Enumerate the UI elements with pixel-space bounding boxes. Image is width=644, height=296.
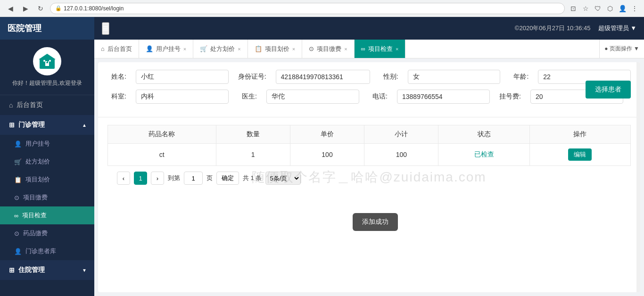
page-unit-label: 页 [206,174,213,182]
toast-notification: 添加成功 [353,213,398,231]
name-label: 姓名: [107,73,126,81]
inspection-icon: ∞ [14,212,18,219]
phone-label: 电话: [369,92,388,101]
tab-prescription-close[interactable]: × [238,46,240,52]
forward-button[interactable]: ▶ [20,3,31,14]
gender-input[interactable] [408,70,501,84]
logo-icon [33,47,61,75]
tabs-bar: ⌂ 后台首页 👤 用户挂号 × 🛒 处方划价 × 📋 项目划价 × ⊙ 项目缴费 [94,40,644,58]
cell-action[interactable]: 编辑 [529,144,630,166]
top-header: ≡ ©2020年06月27日 10:36:45 超级管理员 ▼ [94,17,644,40]
patient-lib-label: 门诊患者库 [25,247,56,255]
tab-user-reg-label: 用户挂号 [156,45,181,53]
name-input[interactable] [136,70,229,84]
page-ops-button[interactable]: ● 页面操作 ▼ [599,40,644,58]
star-icon[interactable]: ☆ [581,4,590,13]
tab-project-inspection[interactable]: ∞ 项目检查 × [355,40,406,58]
url-bar[interactable]: 🔒 127.0.0.1:8080/sel/login [50,3,565,14]
table-section: 药品名称 数量 单价 小计 状态 操作 ct 1 100 [98,117,640,198]
user-reg-label: 用户挂号 [25,140,50,148]
reload-button[interactable]: ↻ [35,3,46,14]
header-user[interactable]: 超级管理员 ▼ [598,24,637,33]
col-qty: 数量 [216,125,290,144]
table-row: ct 1 100 100 已检查 编辑 [108,144,631,166]
main-content: ≡ ©2020年06月27日 10:36:45 超级管理员 ▼ ⌂ 后台首页 👤… [94,17,644,296]
tab-project-payment[interactable]: ⊙ 项目缴费 × [302,40,354,58]
tab-project-price[interactable]: 📋 项目划价 × [248,40,302,58]
sidebar-item-drug-payment[interactable]: ⊙ 药品缴费 [0,224,94,242]
prev-page-button[interactable]: ‹ [117,172,130,185]
lock-icon: 🔒 [55,5,62,11]
sidebar-item-prescription[interactable]: 🛒 处方划价 [0,153,94,171]
sidebar-item-user-registration[interactable]: 👤 用户挂号 [0,135,94,153]
tab-inspection-label: 项目检查 [368,45,393,53]
header-time: ©2020年06月27日 10:36:45 [515,24,591,33]
tab-user-reg-close[interactable]: × [183,46,186,52]
extension-icon[interactable]: ⬡ [605,4,615,13]
browser-bar: ◀ ▶ ↻ 🔒 127.0.0.1:8080/sel/login ⊡ ☆ 🛡 ⬡… [0,0,644,17]
id-input[interactable] [276,70,370,84]
sidebar-item-home[interactable]: ⌂ 后台首页 [0,95,94,115]
status-checked-text: 已检查 [474,150,494,158]
col-subtotal: 小计 [364,125,438,144]
next-page-button[interactable]: › [151,172,164,185]
svg-rect-6 [47,61,48,63]
tab-home[interactable]: ⌂ 后台首页 [94,40,139,58]
col-action: 操作 [529,125,630,144]
header-user-dropdown-icon: ▼ [630,25,636,32]
cell-price: 100 [290,144,364,166]
page-1-button[interactable]: 1 [134,172,147,185]
page-content: 姓名: 身份证号: 性别: 年龄: 科室: 医生: 电话: 挂号费: [98,62,640,292]
tab-home-label: 后台首页 [107,45,132,53]
table-body: ct 1 100 100 已检查 编辑 [108,144,631,166]
select-patient-button[interactable]: 选择患者 [586,81,631,99]
back-button[interactable]: ◀ [5,3,16,14]
tab-user-registration[interactable]: 👤 用户挂号 × [139,40,193,58]
outpatient-icon: ⊞ [9,121,15,129]
shield-icon[interactable]: 🛡 [593,4,603,13]
sidebar-section-inpatient[interactable]: ⊞ 住院管理 ▼ [0,260,94,280]
tab-proj-price-close[interactable]: × [292,46,295,52]
cell-status[interactable]: 已检查 [438,144,529,166]
reg-fee-label: 挂号费: [499,92,521,101]
sidebar-item-project-price[interactable]: 📋 项目划价 [0,171,94,189]
scroll-indicator [636,62,640,292]
phone-input[interactable] [397,90,490,104]
home-icon: ⌂ [9,101,13,109]
drug-payment-label: 药品缴费 [23,229,48,238]
sidebar-item-patient-library[interactable]: 👤 门诊患者库 [0,242,94,260]
sidebar-item-project-inspection[interactable]: ∞ 项目检查 [0,206,94,224]
toast-message: 添加成功 [362,218,388,225]
svg-marker-1 [39,54,56,59]
header-user-name: 超级管理员 [598,25,629,32]
cell-qty: 1 [216,144,290,166]
page-confirm-button[interactable]: 确定 [216,172,239,185]
sidebar-menu: ⌂ 后台首页 ⊞ 门诊管理 ▲ 👤 用户挂号 🛒 处方划价 📋 [0,95,94,296]
edit-button[interactable]: 编辑 [568,148,592,161]
project-payment-icon: ⊙ [14,194,19,201]
col-price: 单价 [290,125,364,144]
table-header-row: 药品名称 数量 单价 小计 状态 操作 [108,125,631,144]
tab-inspection-close[interactable]: × [396,46,398,52]
tab-prescription[interactable]: 🛒 处方划价 × [193,40,248,58]
doctor-input[interactable] [266,90,359,104]
patient-row-1: 姓名: 身份证号: 性别: 年龄: [107,70,631,84]
dept-label: 科室: [107,92,126,101]
welcome-text: 你好！超级管理员,欢迎登录 [12,79,82,87]
user-icon[interactable]: 👤 [618,4,627,13]
sidebar-item-project-payment[interactable]: ⊙ 项目缴费 [0,189,94,206]
per-page-select[interactable]: 5条/页 10条/页 20条/页 [265,172,301,185]
table-header: 药品名称 数量 单价 小计 状态 操作 [108,125,631,144]
menu-toggle-button[interactable]: ≡ [102,22,109,35]
sidebar-section-outpatient[interactable]: ⊞ 门诊管理 ▲ [0,115,94,135]
tab-inspection-icon: ∞ [361,45,365,52]
dept-input[interactable] [136,90,229,104]
tab-home-icon: ⌂ [101,45,105,52]
tab-proj-payment-close[interactable]: × [344,46,347,52]
svg-rect-4 [49,60,51,62]
cast-icon[interactable]: ⊡ [569,4,578,13]
menu-icon[interactable]: ⋮ [630,4,639,13]
project-price-label: 项目划价 [25,175,50,184]
outpatient-chevron: ▲ [82,123,87,128]
page-goto-input[interactable] [184,172,203,185]
